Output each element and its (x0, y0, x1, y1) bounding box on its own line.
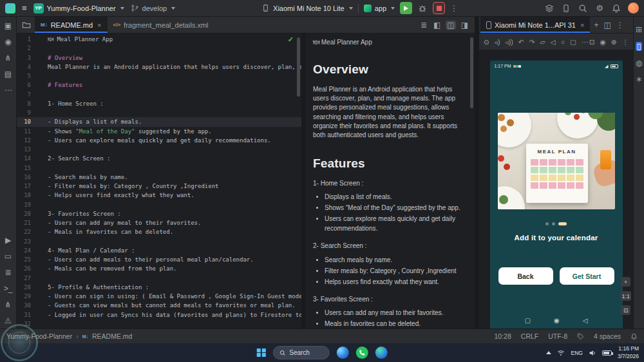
user-avatar[interactable] (628, 3, 639, 14)
back-nav-icon[interactable]: ◁ (551, 38, 556, 46)
code-line[interactable]: 23 (17, 237, 301, 246)
device-settings-icon[interactable]: ⋮ (622, 38, 629, 46)
code-line[interactable]: 25- Users can add meals to their persona… (17, 255, 301, 264)
volume-up-icon[interactable]: ◃)) (506, 38, 513, 46)
android-home-icon[interactable]: ◉ (554, 317, 560, 324)
code-line[interactable]: 17- Filter meals by: Category , Country … (17, 182, 301, 191)
power-icon[interactable]: ⊙ (484, 38, 489, 46)
commit-tool-icon[interactable]: ◉ (5, 38, 11, 46)
code-line[interactable]: 15 (17, 164, 301, 173)
battery-icon[interactable] (602, 350, 612, 356)
wifi-icon[interactable] (557, 349, 565, 357)
code-line[interactable]: 18- Helps users find exactly what they w… (17, 191, 301, 200)
clock[interactable]: 1:16 PM 3/7/2026 (618, 345, 639, 359)
code-line[interactable]: 2 (17, 44, 301, 53)
new-device-tab-icon[interactable]: + (594, 21, 598, 30)
settings-button[interactable]: ⚙ (594, 3, 605, 14)
get-start-button[interactable]: Get Start (560, 267, 614, 285)
project-folder-icon[interactable] (22, 21, 31, 30)
panel-divider[interactable] (475, 17, 479, 329)
volume-down-icon[interactable]: ◃) (495, 38, 500, 46)
breadcrumb-project[interactable]: Yummy-Food-Planner (6, 332, 72, 340)
inspections-ok-icon[interactable]: ✓ (288, 35, 294, 44)
notifications-button[interactable] (611, 3, 621, 14)
running-devices-icon[interactable]: ▯ (636, 42, 643, 51)
main-menu-icon[interactable]: ≡ (22, 3, 27, 13)
code-line[interactable]: 5 (17, 71, 301, 81)
browser-icon[interactable] (336, 347, 348, 359)
device-manager-icon[interactable]: ▭ (5, 252, 12, 260)
code-line[interactable]: 31- Logged in user can Syncs his data (f… (17, 310, 301, 319)
build-variants-button[interactable] (544, 3, 554, 14)
problems-tool-icon[interactable]: ⚠ (5, 317, 12, 325)
code-line[interactable]: 9 (17, 108, 301, 117)
overview-nav-icon[interactable]: ▢ (570, 38, 576, 46)
more-actions-icon[interactable]: ⋯ (582, 38, 589, 46)
code-line[interactable]: 285- Profile & Authentication : (17, 283, 301, 292)
version-control-icon[interactable]: ⋔ (5, 301, 11, 309)
gradle-tool-icon[interactable]: ◍ (636, 59, 642, 67)
code-line[interactable]: 29- Users can sign in using: ( Email & P… (17, 292, 301, 301)
code-line[interactable]: 203- Favorites Screen : (17, 209, 301, 218)
code-line[interactable]: 21- Users can add any meal to their favo… (17, 218, 301, 227)
breadcrumb-file[interactable]: README.md (92, 332, 132, 340)
project-selector[interactable]: YP Yummy-Food-Planner (33, 3, 124, 14)
caret-position[interactable]: 10:28 (495, 332, 511, 340)
device-screen[interactable]: 1:17 PM ◢ (490, 61, 623, 329)
code-line[interactable]: 142- Search Screen : (17, 154, 301, 163)
code-line[interactable]: 19 (17, 200, 301, 209)
pull-requests-icon[interactable]: ⋔ (5, 54, 11, 62)
start-button[interactable] (257, 348, 266, 357)
structure-tool-icon[interactable]: ▤ (5, 70, 12, 78)
more-tools-icon[interactable]: ⋯ (5, 86, 12, 94)
device-file-explorer-icon[interactable]: ⊞ (636, 26, 642, 33)
search-everywhere-button[interactable] (578, 3, 588, 14)
back-button[interactable]: Back (498, 267, 553, 285)
code-line[interactable]: 11- Shows "Meal of the Day" suggested by… (17, 127, 301, 136)
split-panel-icon[interactable]: ◫ (603, 21, 611, 30)
stop-button[interactable] (433, 2, 445, 14)
code-line[interactable]: 3# Overview (17, 53, 301, 62)
code-line[interactable]: 22- Meals in favorites can be deleted. (17, 227, 301, 236)
code-line[interactable]: 32 (17, 319, 301, 329)
zoom-ratio-label[interactable]: 1:1 (620, 291, 631, 301)
indent-setting[interactable]: 4 spaces (594, 332, 621, 340)
code-line[interactable]: 12- Users can explore meals quickly and … (17, 136, 301, 145)
code-line[interactable]: 244- Meal Plan / Calendar : (17, 246, 301, 255)
markdown-toolbar-icon[interactable]: ≣ (419, 21, 428, 30)
rotate-left-icon[interactable]: ↶ (518, 38, 524, 46)
code-line[interactable]: 30- Guests can view meals but cannot add… (17, 301, 301, 310)
pane-splitter[interactable] (301, 33, 306, 329)
code-line[interactable]: 13 (17, 145, 301, 154)
code-line[interactable]: 6# Features (17, 81, 301, 90)
android-back-icon[interactable]: ◁ (583, 317, 588, 324)
code-line[interactable]: 7 (17, 90, 301, 99)
preview-scrollbar[interactable] (470, 37, 473, 108)
tray-overflow-icon[interactable] (546, 351, 551, 354)
panel-options-icon[interactable]: ⋮ (616, 21, 624, 30)
home-nav-icon[interactable]: ○ (561, 38, 565, 46)
code-line[interactable]: 27 (17, 274, 301, 283)
code-line[interactable]: 81- Home Screen : (17, 99, 301, 108)
editor-scrollbar[interactable] (297, 37, 300, 97)
project-tool-icon[interactable]: ▣ (5, 22, 12, 30)
volume-icon[interactable] (589, 349, 596, 357)
close-tab-icon[interactable]: × (580, 21, 584, 29)
run-config-selector[interactable]: app (364, 5, 395, 12)
vcs-branch-selector[interactable]: develop (131, 4, 176, 12)
ai-assistant-icon[interactable]: ∗ (636, 75, 642, 83)
editor-only-icon[interactable]: ◧ (432, 21, 442, 30)
device-manager-button[interactable] (561, 3, 571, 14)
line-ending[interactable]: CRLF (521, 332, 538, 340)
code-line[interactable]: 26- Meals can be removed from the plan. (17, 264, 301, 273)
taskbar-search[interactable]: Search (272, 346, 329, 359)
code-line[interactable]: 16- Search meals by name. (17, 173, 301, 182)
tab-running-device[interactable]: Xiaomi Mi Note 1...API 31 × (480, 17, 590, 33)
terminal-tool-icon[interactable]: >_ (4, 285, 13, 292)
more-run-actions-icon[interactable]: ⋮ (450, 4, 458, 13)
zoom-in-button[interactable]: + (621, 277, 630, 287)
whatsapp-icon[interactable] (355, 347, 368, 359)
split-view-icon[interactable]: ◫ (446, 21, 455, 30)
android-recents-icon[interactable]: ▢ (525, 317, 531, 324)
zoom-options-icon[interactable]: ⊕ (611, 38, 617, 46)
